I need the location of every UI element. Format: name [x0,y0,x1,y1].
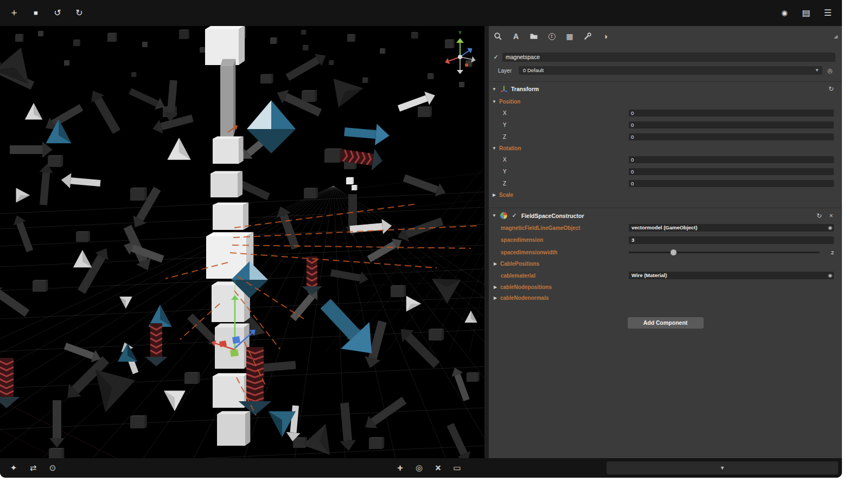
remove-component-icon[interactable]: × [827,212,835,220]
move-tool-icon[interactable]: + [394,463,406,474]
axis-label: Y [503,169,629,175]
reset-icon[interactable]: ↻ [815,212,824,220]
cablepositions-foldout[interactable]: ▶ CablePositions [489,259,842,269]
search-icon[interactable] [493,31,503,41]
top-toolbar-left: + ■ ↺ ↻ [8,7,86,20]
clock-icon[interactable]: ◑ [601,31,610,41]
fieldspaceconstructor-header[interactable]: ▼ ✓ FieldSpaceConstructor ↻ × [489,208,842,222]
object-field-value: Wire (Material) [631,272,667,278]
property-row: magneticFieldLineGameObject vectormodel … [489,222,842,234]
position-z-field[interactable]: 0 [629,133,834,140]
text-icon[interactable]: A [511,31,521,41]
scale-label: Scale [499,192,513,198]
slider-handle[interactable] [671,249,676,255]
foldout-icon[interactable]: ▼ [492,99,497,104]
gameobject-name-field[interactable]: magnetspace [502,53,835,62]
rotation-x-field[interactable]: 0 [629,156,834,163]
rotation-foldout[interactable]: ▼ Rotation [489,143,842,153]
wrench-icon[interactable] [583,31,592,41]
record-icon[interactable]: ◉ [778,7,791,20]
property-label: magneticFieldLineGameObject [501,225,629,231]
rotation-y-field[interactable]: 0 [629,168,834,175]
hierarchy-dropdown[interactable]: ▼ [607,461,838,474]
position-label: Position [499,99,520,105]
foldout-icon[interactable]: ▶ [492,192,497,197]
position-foldout[interactable]: ▼ Position [489,96,842,107]
position-x-row: X 0 [489,107,842,119]
magneticfieldline-object-field[interactable]: vectormodel (GameObject) ◉ [629,224,834,232]
spacedimension-field[interactable]: 3 [629,236,834,244]
chevron-down-icon: ▼ [720,465,725,471]
redo-icon[interactable]: ↻ [73,7,86,20]
property-label: cablematerial [501,273,629,279]
foldout-icon[interactable]: ▼ [492,213,497,218]
rotation-x-value: 0 [631,157,634,163]
light-icon[interactable]: ⊙ [47,463,59,473]
info-icon[interactable]: ! [547,31,557,41]
foldout-icon[interactable]: ▼ [492,87,497,92]
position-y-field[interactable]: 0 [629,121,834,129]
rotation-y-value: 0 [631,169,634,175]
position-x-field[interactable]: 0 [629,110,834,117]
inspector-toolbar: A ! ▦ ◑ ◢ [489,26,842,46]
layer-settings-icon[interactable]: ◎ [826,67,834,74]
top-toolbar-right: ◉ ▤ ☰ [778,7,834,20]
menu-icon[interactable]: ☰ [821,7,834,20]
scale-foldout[interactable]: ▶ Scale [489,189,842,200]
axis-label: X [503,157,629,163]
property-label: cableNodenormals [500,295,548,301]
library-icon[interactable]: ▤ [800,7,813,20]
rect-tool-icon[interactable]: ▭ [451,463,463,473]
axis-label: Y [503,122,629,128]
active-checkbox[interactable]: ✓ [492,54,500,61]
property-label: spacedimensionwidth [501,249,629,255]
resize-corner-icon[interactable]: ◢ [834,34,838,39]
transform-header[interactable]: ▼ Transform ↻ [489,82,842,96]
grid-icon[interactable]: ▦ [565,31,575,41]
gizmos-icon[interactable]: ✦ [8,463,20,473]
cube-icon[interactable]: ■ [29,7,42,20]
undo-icon[interactable]: ↺ [51,7,64,20]
object-picker-icon[interactable]: ◉ [828,224,832,232]
position-y-row: Y 0 [489,119,842,131]
slider-track[interactable] [629,252,820,253]
gameobject-header: ✓ magnetspace [492,53,835,62]
component-title: Transform [511,86,539,92]
top-toolbar: + ■ ↺ ↻ ◉ ▤ ☰ [0,0,842,26]
gizmo-tool-buttons: + ◎ × ▭ [394,458,463,478]
add-icon[interactable]: + [8,7,21,20]
position-z-row: Z 0 [489,131,842,143]
rotation-y-row: Y 0 [489,165,842,177]
property-row: spacedimensionwidth 2 [489,246,842,259]
rotate-tool-icon[interactable]: ◎ [413,463,425,473]
position-y-value: 0 [631,122,634,128]
bottom-toolbar: ✦ ⇄ ⊙ + ◎ × ▭ ▼ [0,458,842,478]
cablematerial-object-field[interactable]: Wire (Material) ◉ [629,272,834,279]
property-label: CablePositions [500,261,539,267]
foldout-icon[interactable]: ▼ [492,146,497,151]
foldout-icon[interactable]: ▶ [493,285,498,290]
rotation-label: Rotation [499,145,521,151]
spacedimensionwidth-slider[interactable]: 2 [629,249,834,255]
object-picker-icon[interactable]: ◉ [828,272,832,279]
number-field-value: 3 [631,237,634,243]
snap-icon[interactable]: ⇄ [27,463,39,473]
folder-icon[interactable] [529,31,539,41]
scene-shapes [0,26,484,458]
inspector-panel: A ! ▦ ◑ ◢ ✓ magnetspace Layer 0 Default … [489,26,842,458]
cablenodenormals-foldout[interactable]: ▶ cableNodenormals [489,292,842,303]
foldout-icon[interactable]: ▶ [493,296,498,300]
rotation-z-field[interactable]: 0 [629,180,834,187]
cablenodepositions-foldout[interactable]: ▶ cableNodepositions [489,281,842,292]
scale-tool-icon[interactable]: × [432,463,444,474]
add-component-button[interactable]: Add Component [628,317,704,329]
layer-value: 0 Default [523,67,544,73]
chevron-down-icon: ▼ [815,66,819,75]
component-enabled-checkbox[interactable]: ✓ [510,212,518,219]
scene-viewport[interactable]: Y [0,26,484,458]
foldout-icon[interactable]: ▶ [493,261,498,266]
reset-icon[interactable]: ↻ [827,85,835,93]
layer-dropdown[interactable]: 0 Default ▼ [519,66,822,75]
object-field-value: vectormodel (GameObject) [631,224,697,230]
script-icon [500,212,507,219]
